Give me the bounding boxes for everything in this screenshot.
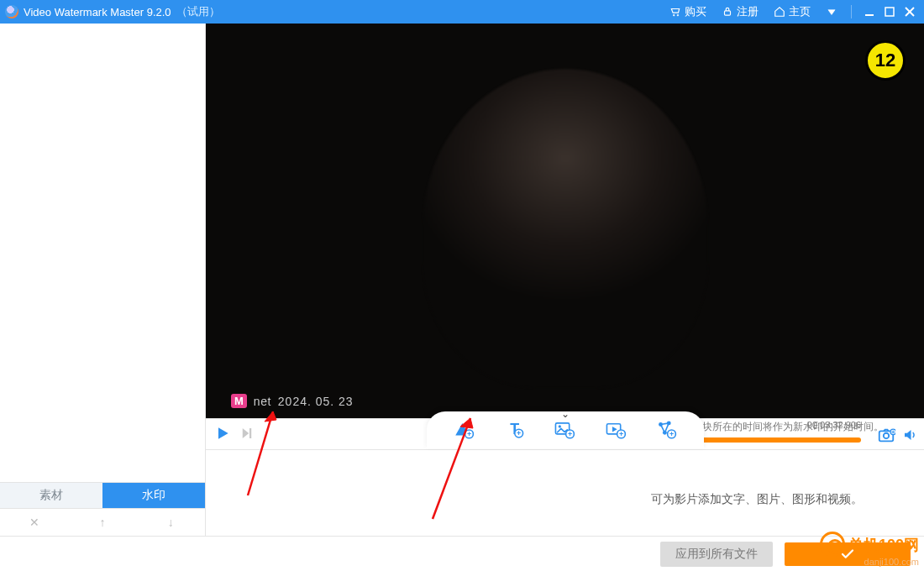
delete-item-button[interactable]: ✕ bbox=[3, 516, 65, 529]
add-effect-button[interactable]: + bbox=[653, 416, 680, 443]
tab-watermark[interactable]: 水印 bbox=[102, 483, 205, 508]
svg-text:+: + bbox=[568, 430, 572, 438]
confirm-button[interactable] bbox=[785, 542, 911, 566]
svg-point-13 bbox=[559, 425, 561, 427]
register-label: 注册 bbox=[737, 4, 759, 19]
play-button[interactable] bbox=[214, 425, 231, 444]
overlay-date: 2024. 05. 23 bbox=[278, 395, 354, 408]
trial-label: （试用） bbox=[176, 4, 220, 19]
svg-text:+: + bbox=[467, 430, 471, 438]
move-up-button[interactable]: ↑ bbox=[71, 516, 133, 529]
svg-point-0 bbox=[673, 14, 675, 16]
duration-label: 00:03:32.906 bbox=[807, 420, 861, 430]
sidebar-empty-area bbox=[0, 24, 205, 482]
add-image-button[interactable]: + bbox=[551, 416, 578, 443]
svg-text:+: + bbox=[517, 429, 521, 437]
add-watermark-toolbar: ⌄ + T+ + + + bbox=[427, 411, 704, 448]
collapse-toolbar-icon[interactable]: ⌄ bbox=[561, 408, 570, 420]
svg-text:+: + bbox=[619, 430, 623, 438]
step-forward-button[interactable] bbox=[239, 426, 255, 443]
video-preview[interactable]: 12 M net 2024. 05. 23 bbox=[206, 24, 924, 418]
add-shape-button[interactable]: + bbox=[450, 416, 477, 443]
svg-text:+: + bbox=[891, 428, 895, 436]
minimize-button[interactable] bbox=[864, 6, 875, 18]
home-label: 主页 bbox=[789, 4, 811, 19]
tab-materials[interactable]: 素材 bbox=[0, 483, 102, 508]
buy-label: 购买 bbox=[685, 4, 706, 19]
register-button[interactable]: 注册 bbox=[717, 0, 764, 24]
app-title: Video Watermark Master 9.2.0 bbox=[24, 6, 171, 18]
svg-point-26 bbox=[884, 433, 889, 438]
volume-button[interactable] bbox=[902, 427, 917, 445]
menu-dropdown[interactable] bbox=[821, 0, 843, 24]
title-bar: Video Watermark Master 9.2.0 （试用） 购买 注册 … bbox=[0, 0, 924, 24]
app-logo-icon bbox=[5, 5, 18, 18]
buy-button[interactable]: 购买 bbox=[664, 0, 711, 24]
title-menu: 购买 注册 主页 bbox=[664, 0, 919, 24]
close-button[interactable] bbox=[904, 6, 916, 18]
maximize-button[interactable] bbox=[884, 6, 895, 18]
svg-rect-2 bbox=[725, 11, 731, 15]
add-video-button[interactable]: + bbox=[602, 416, 629, 443]
svg-point-1 bbox=[677, 14, 679, 16]
add-text-button[interactable]: T+ bbox=[501, 416, 528, 443]
apply-all-button[interactable]: 应用到所有文件 bbox=[660, 542, 773, 567]
existing-watermark-overlay: M net 2024. 05. 23 bbox=[231, 394, 354, 408]
brand-logo: M bbox=[231, 394, 247, 408]
svg-rect-4 bbox=[885, 8, 894, 16]
svg-rect-24 bbox=[249, 428, 251, 438]
hint-text: 可为影片添加文字、图片、图形和视频。 bbox=[651, 492, 863, 507]
sidebar: 素材 水印 ✕ ↑ ↓ bbox=[0, 24, 206, 536]
main-area: 12 M net 2024. 05. 23 ⌄ + T+ + + + bbox=[206, 24, 924, 536]
svg-text:+: + bbox=[669, 430, 674, 438]
sidebar-actions: ✕ ↑ ↓ bbox=[0, 509, 205, 536]
hint-area: 可为影片添加文字、图片、图形和视频。 bbox=[206, 450, 924, 536]
move-down-button[interactable]: ↓ bbox=[140, 516, 202, 529]
bottom-bar: 应用到所有文件 bbox=[0, 536, 924, 571]
sidebar-tabs: 素材 水印 bbox=[0, 482, 205, 509]
home-button[interactable]: 主页 bbox=[769, 0, 816, 24]
age-rating-badge: 12 bbox=[865, 40, 906, 81]
snapshot-button[interactable]: + bbox=[877, 426, 895, 447]
brand-text: net bbox=[254, 395, 271, 408]
